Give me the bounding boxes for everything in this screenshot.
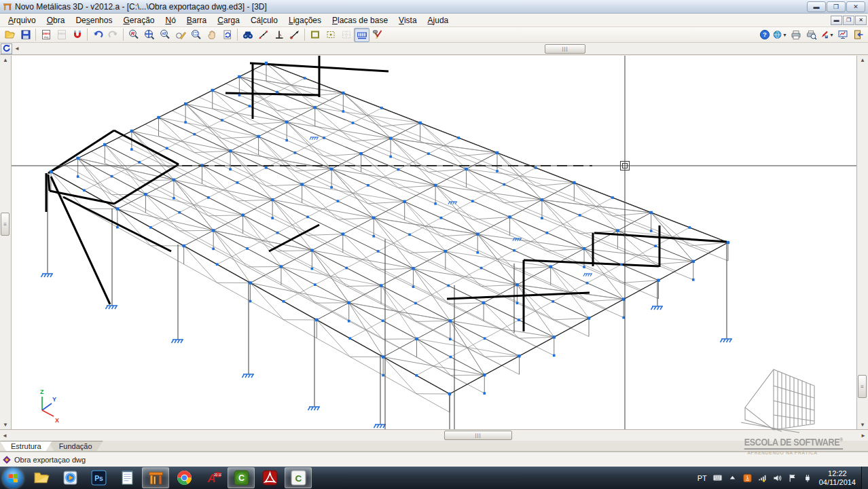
menu-item-placas-de-base[interactable]: Placas de base: [327, 14, 393, 26]
language-indicator[interactable]: PT: [694, 474, 710, 482]
redo-button: [105, 28, 121, 42]
angle-line-button[interactable]: [287, 28, 302, 42]
java-tray-icon[interactable]: [742, 473, 754, 484]
start-button[interactable]: [3, 468, 23, 488]
export-send-button[interactable]: ▼: [819, 28, 835, 42]
bscroll-left-arrow[interactable]: ◄: [0, 433, 10, 439]
top-scrollbar-thumb[interactable]: |||: [545, 44, 585, 54]
zoom-x2-button[interactable]: x2: [157, 28, 173, 42]
dimensions-toggle-button[interactable]: [354, 28, 369, 42]
save-file-button[interactable]: [18, 28, 33, 42]
search-binoculars-button[interactable]: [240, 28, 255, 42]
rotate-icon: [2, 44, 11, 53]
dropdown-caret-icon[interactable]: ▼: [782, 33, 787, 37]
volume-tray-icon[interactable]: [772, 473, 784, 484]
web-globe-button[interactable]: ▼: [772, 28, 788, 42]
tab-estrutura[interactable]: Estrutura: [0, 441, 52, 451]
exit-door-button[interactable]: [850, 28, 866, 42]
redraw-button[interactable]: [219, 28, 235, 42]
taskbar-clock[interactable]: 12:22 04/11/2014: [819, 469, 856, 487]
zoom-real-button[interactable]: R: [126, 28, 141, 42]
svg-text:20 10: 20 10: [213, 473, 221, 477]
action-center-flag-tray-icon[interactable]: [786, 473, 799, 484]
menu-item-calculo[interactable]: Cálculo: [245, 14, 283, 26]
zoom-window-button[interactable]: [188, 28, 204, 42]
taskbar-app-camtasia[interactable]: C: [228, 467, 255, 488]
menu-item-obra[interactable]: Obra: [41, 14, 71, 26]
show-hidden-tray-icon[interactable]: [727, 473, 739, 484]
taskbar-app-media-player[interactable]: [56, 467, 84, 488]
zoom-real-icon: R: [128, 29, 139, 40]
power-plug-tray-icon[interactable]: [801, 473, 814, 484]
mdi-minimize-button[interactable]: ▬: [831, 16, 842, 25]
angle-line-icon: [289, 29, 300, 40]
dimensions-toggle-icon: [357, 29, 367, 40]
svg-text:Ps: Ps: [94, 475, 103, 482]
scroll-down-arrow-right[interactable]: ▼: [857, 422, 868, 428]
menu-item-ligacoes[interactable]: Ligações: [283, 14, 327, 26]
pan-hand-button[interactable]: [204, 28, 219, 42]
open-file-button[interactable]: [2, 28, 18, 42]
bottom-scrollbar-thumb[interactable]: |||: [444, 431, 512, 440]
scroll-down-arrow[interactable]: ▼: [0, 422, 11, 428]
snap-magnet-button[interactable]: [69, 28, 85, 42]
menu-item-vista[interactable]: Vista: [393, 14, 422, 26]
save-file-icon: [20, 29, 31, 40]
svg-text:dwg: dwg: [43, 36, 48, 39]
scroll-left-arrow[interactable]: ◄: [12, 46, 22, 52]
taskbar-app-photoshop[interactable]: Ps: [85, 467, 112, 488]
taskbar-app-autocad[interactable]: A20 10: [199, 467, 226, 488]
zoom-extents-button[interactable]: [141, 28, 157, 42]
tools-hammer-button[interactable]: [369, 28, 385, 42]
dropdown-caret-icon[interactable]: ▼: [829, 33, 834, 37]
export-dwg-button[interactable]: DWGdwg: [38, 28, 54, 42]
rotate-view-button[interactable]: [1, 43, 12, 54]
zoom-pencil-button[interactable]: [173, 28, 188, 42]
menu-item-ajuda[interactable]: Ajuda: [422, 14, 454, 26]
redraw-icon: [222, 29, 233, 40]
left-scrollbar-thumb[interactable]: ≡: [1, 213, 10, 236]
menu-item-no[interactable]: Nó: [160, 14, 181, 26]
taskbar-app-adobe-reader[interactable]: [256, 467, 283, 488]
right-scrollbar-thumb[interactable]: ≡: [858, 375, 867, 398]
taskbar-app-chrome[interactable]: [170, 467, 198, 488]
mdi-restore-button[interactable]: ❐: [843, 16, 854, 25]
orthogonal-icon: [274, 29, 285, 40]
scroll-up-arrow[interactable]: ▲: [0, 57, 11, 63]
mdi-close-button[interactable]: ✕: [855, 16, 867, 25]
structure-wireframe: ZYX: [12, 56, 856, 429]
show-desktop-button[interactable]: [861, 467, 868, 489]
menu-item-desenhos[interactable]: Desenhos: [70, 14, 117, 26]
menu-item-carga[interactable]: Carga: [212, 14, 245, 26]
select-grid-button: [338, 28, 354, 42]
bscroll-right-arrow[interactable]: ►: [858, 433, 868, 439]
presentation-button[interactable]: [835, 28, 850, 42]
metalicas-3d-icon: [147, 469, 164, 486]
scroll-up-arrow-right[interactable]: ▲: [857, 57, 868, 63]
zoom-x2-icon: x2: [160, 29, 170, 40]
undo-button[interactable]: [90, 28, 105, 42]
tab-fundacao[interactable]: Fundação: [48, 441, 103, 451]
orthogonal-button[interactable]: [271, 28, 287, 42]
close-button[interactable]: ✕: [846, 1, 865, 12]
help-button[interactable]: ?: [757, 28, 772, 42]
select-nodes-button[interactable]: [323, 28, 338, 42]
maximize-button[interactable]: ❐: [827, 1, 846, 12]
menu-item-barra[interactable]: Barra: [181, 14, 212, 26]
print-preview-button[interactable]: [803, 28, 819, 42]
drawing-canvas[interactable]: ZYX: [12, 56, 856, 429]
minimize-button[interactable]: ▬: [807, 1, 826, 12]
print-button[interactable]: [788, 28, 803, 42]
keyboard-tray-icon[interactable]: [712, 473, 724, 484]
autocad-icon: A20 10: [204, 469, 221, 486]
taskbar-app-windows-explorer[interactable]: [28, 467, 55, 488]
menu-item-geracao[interactable]: Geração: [117, 14, 160, 26]
network-tray-icon[interactable]: [757, 473, 769, 484]
taskbar-app-metalicas-3d[interactable]: [142, 467, 169, 488]
taskbar-app-notepad[interactable]: [113, 467, 141, 488]
svg-text:C: C: [238, 473, 244, 483]
select-rectangle-button[interactable]: [307, 28, 323, 42]
menu-item-arquivo[interactable]: Arquivo: [3, 14, 41, 26]
taskbar-app-camtasia-recorder[interactable]: C: [285, 467, 312, 488]
measure-button[interactable]: [255, 28, 271, 42]
